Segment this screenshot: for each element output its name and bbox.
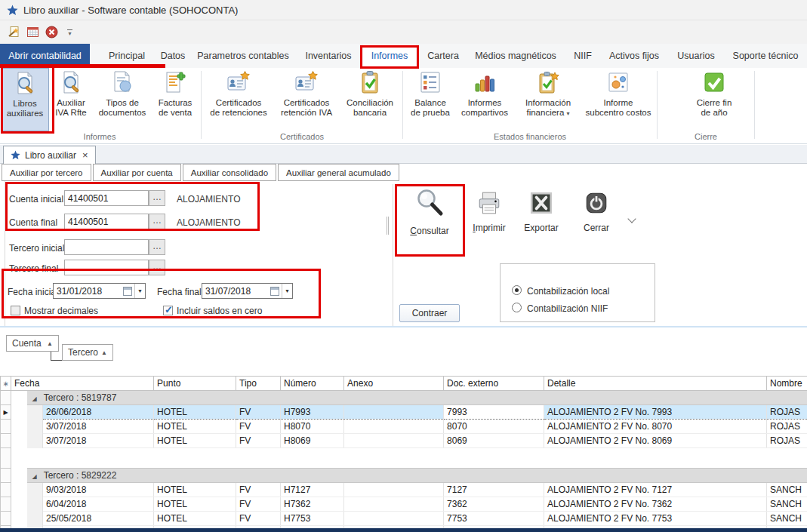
cell-doc[interactable]: 7127 bbox=[444, 483, 544, 497]
table-row[interactable]: 9/03/2018HOTELFVH71277127ALOJAMIENTO 2 F… bbox=[1, 483, 807, 497]
cell-detalle[interactable]: ALOJAMIENTO 2 FV No. 8070 bbox=[544, 420, 767, 434]
cell-punto[interactable]: HOTEL bbox=[154, 434, 236, 448]
cell-numero[interactable]: H7362 bbox=[281, 497, 344, 512]
cell-nombre[interactable]: SANCH bbox=[767, 497, 807, 512]
cell-doc[interactable]: 7362 bbox=[444, 497, 544, 512]
tercero-final-input[interactable] bbox=[64, 260, 149, 275]
table-row[interactable]: ▶26/06/2018HOTELFVH79937993ALOJAMIENTO 2… bbox=[1, 405, 807, 420]
tab-datos[interactable]: Datos bbox=[156, 44, 189, 68]
cell-anexo[interactable] bbox=[344, 434, 444, 448]
cell-numero[interactable]: H8069 bbox=[281, 434, 344, 448]
column-header-fecha[interactable]: Fecha bbox=[11, 377, 154, 391]
tab-niif[interactable]: NIIF bbox=[568, 44, 597, 68]
row-indicator[interactable] bbox=[1, 497, 11, 512]
cell-fecha[interactable]: 26/06/2018 bbox=[43, 405, 154, 420]
cell-fecha[interactable]: 6/04/2018 bbox=[43, 497, 154, 512]
cierre-fin-de-ano-button[interactable]: Cierre fin de año bbox=[676, 68, 752, 131]
row-indicator[interactable] bbox=[1, 434, 11, 448]
cell-nombre[interactable]: SANCH bbox=[767, 512, 807, 526]
row-indicator[interactable] bbox=[1, 483, 11, 497]
calendar-picker-icon[interactable] bbox=[123, 287, 132, 296]
cuenta-final-input[interactable] bbox=[64, 214, 149, 229]
cell-tipo[interactable]: FV bbox=[236, 434, 281, 448]
cell-tipo[interactable]: FV bbox=[236, 512, 281, 526]
cell-detalle[interactable]: ALOJAMIENTO 2 FV No. 7127 bbox=[544, 483, 767, 497]
customize-dropdown-icon[interactable]: ▾ bbox=[67, 29, 72, 35]
table-row[interactable]: 25/05/2018HOTELFVH77537753ALOJAMIENTO 2 … bbox=[1, 512, 807, 526]
mostrar-decimales-checkbox[interactable] bbox=[11, 306, 20, 315]
cerrar-button[interactable]: Cerrar bbox=[577, 190, 616, 233]
balance-de-prueba-button[interactable]: Balance de prueba bbox=[405, 68, 455, 131]
cell-tipo[interactable]: FV bbox=[236, 483, 281, 497]
informe-subcentro-costos-button[interactable]: Informe subcentro costos bbox=[582, 68, 655, 131]
more-actions-chevron-icon[interactable] bbox=[627, 214, 636, 223]
tercero-inicial-input[interactable] bbox=[64, 239, 149, 255]
subtab-auxiliar-general-acumulado[interactable]: Auxiliar general acumulado bbox=[278, 164, 399, 181]
column-header-punto[interactable]: Punto bbox=[154, 377, 236, 391]
certificados-retencion-iva-button[interactable]: Certificados retención IVA bbox=[273, 68, 340, 131]
cell-anexo[interactable] bbox=[344, 483, 444, 497]
cell-doc[interactable]: 8069 bbox=[444, 434, 544, 448]
wizard-icon[interactable] bbox=[8, 26, 20, 38]
cell-fecha[interactable]: 3/07/2018 bbox=[43, 420, 154, 434]
tab-principal[interactable]: Principal bbox=[103, 44, 150, 68]
cuenta-inicial-browse-button[interactable]: … bbox=[149, 190, 165, 206]
cell-anexo[interactable] bbox=[344, 497, 444, 512]
column-header-numero[interactable]: Número bbox=[281, 377, 344, 391]
table-row[interactable]: 3/07/2018HOTELFVH80708070ALOJAMIENTO 2 F… bbox=[1, 420, 807, 434]
cell-nombre[interactable]: ROJAS bbox=[767, 405, 807, 420]
cell-punto[interactable]: HOTEL bbox=[154, 512, 236, 526]
column-header-tipo[interactable]: Tipo bbox=[236, 377, 281, 391]
cell-anexo[interactable] bbox=[344, 512, 444, 526]
cell-anexo[interactable] bbox=[344, 420, 444, 434]
table-row[interactable]: 3/07/2018HOTELFVH80698069ALOJAMIENTO 2 F… bbox=[1, 434, 807, 448]
cell-numero[interactable]: H8070 bbox=[281, 420, 344, 434]
cell-fecha[interactable]: 25/05/2018 bbox=[43, 512, 154, 526]
group-expand-icon[interactable]: ◢ bbox=[32, 395, 37, 402]
incluir-saldos-checkbox[interactable] bbox=[163, 306, 173, 315]
row-indicator[interactable] bbox=[1, 420, 11, 434]
group-expand-icon[interactable]: ◢ bbox=[32, 473, 37, 480]
column-header-detalle[interactable]: Detalle bbox=[544, 377, 767, 391]
cell-doc[interactable]: 7993 bbox=[444, 405, 544, 420]
cell-numero[interactable]: H7753 bbox=[281, 512, 344, 526]
tipos-de-documentos-button[interactable]: Tipos de documentos bbox=[93, 68, 152, 131]
row-indicator[interactable] bbox=[1, 512, 11, 526]
cell-tipo[interactable]: FV bbox=[236, 405, 281, 420]
cell-nombre[interactable]: ROJAS bbox=[767, 434, 807, 448]
groupby-tercero[interactable]: Tercero▲ bbox=[62, 344, 113, 361]
tercero-inicial-browse-button[interactable]: … bbox=[149, 239, 165, 255]
cell-detalle[interactable]: ALOJAMIENTO 2 FV No. 8069 bbox=[544, 434, 767, 448]
column-header-doc-externo[interactable]: Doc. externo bbox=[444, 377, 544, 391]
grid-asterisk-icon[interactable]: ∗ bbox=[1, 377, 11, 391]
cell-fecha[interactable]: 3/07/2018 bbox=[43, 434, 154, 448]
facturas-de-venta-button[interactable]: Facturas de venta bbox=[152, 68, 199, 131]
calendar-icon[interactable] bbox=[26, 26, 39, 38]
groupby-cuenta[interactable]: Cuenta▲ bbox=[6, 335, 59, 352]
column-header-anexo[interactable]: Anexo bbox=[344, 377, 444, 391]
cell-detalle[interactable]: ALOJAMIENTO 2 FV No. 7362 bbox=[544, 497, 767, 512]
date-dropdown-icon[interactable]: ▼ bbox=[282, 284, 292, 298]
cell-nombre[interactable]: ROJAS bbox=[767, 420, 807, 434]
subtab-auxiliar-consolidado[interactable]: Auxiliar consolidado bbox=[183, 164, 276, 181]
tab-parametros-contables[interactable]: Parametros contables bbox=[196, 44, 291, 68]
document-tab-libro-auxiliar[interactable]: Libro auxiliar × bbox=[3, 146, 96, 164]
tab-medios-magneticos[interactable]: Médios magnéticos bbox=[472, 44, 559, 68]
close-tab-icon[interactable]: × bbox=[82, 149, 88, 161]
cell-punto[interactable]: HOTEL bbox=[154, 497, 236, 512]
column-header-nombre[interactable]: Nombre bbox=[767, 377, 807, 391]
cell-fecha[interactable]: 9/03/2018 bbox=[43, 483, 154, 497]
tab-cartera[interactable]: Cartera bbox=[424, 44, 463, 68]
cell-anexo[interactable] bbox=[344, 405, 444, 420]
tab-usuarios[interactable]: Usuarios bbox=[673, 44, 719, 68]
cell-doc[interactable]: 8070 bbox=[444, 420, 544, 434]
table-row[interactable]: 6/04/2018HOTELFVH73627362ALOJAMIENTO 2 F… bbox=[1, 497, 807, 512]
tab-informes[interactable]: Informes bbox=[363, 44, 416, 68]
tab-soporte-tecnico[interactable]: Soporte técnico bbox=[728, 44, 802, 68]
imprimir-button[interactable]: Imprimir bbox=[468, 190, 510, 233]
cell-numero[interactable]: H7127 bbox=[281, 483, 344, 497]
tercero-final-browse-button[interactable]: … bbox=[149, 260, 165, 275]
contabilizacion-local-radio[interactable] bbox=[512, 285, 522, 295]
tab-activos-fijos[interactable]: Activos fijos bbox=[605, 44, 664, 68]
tab-inventarios[interactable]: Inventarios bbox=[300, 44, 357, 68]
